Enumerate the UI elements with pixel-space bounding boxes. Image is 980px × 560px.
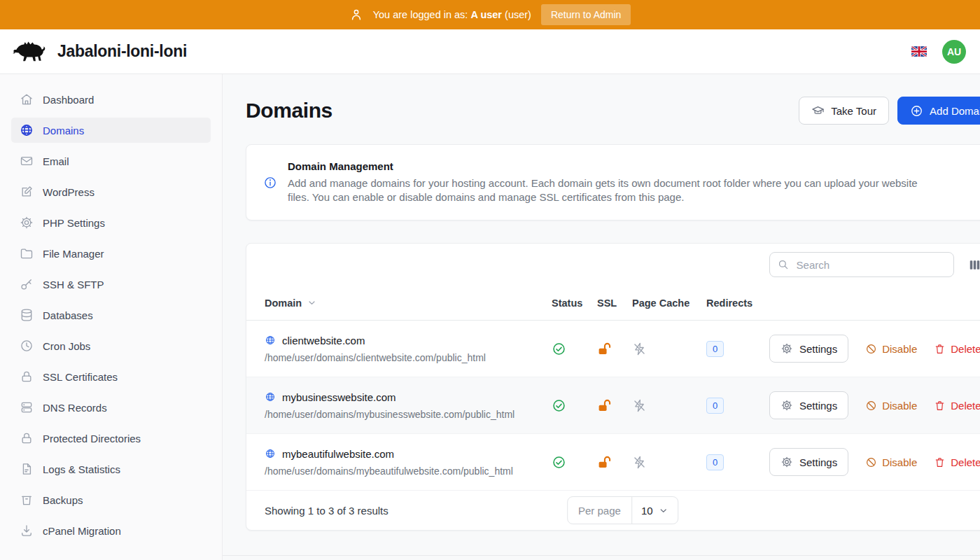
- sidebar-item-protected-directories[interactable]: Protected Directories: [11, 426, 211, 451]
- folder-icon: [20, 246, 34, 260]
- lock-icon: [20, 431, 34, 445]
- info-card-description: Add and manage domains for your hosting …: [288, 176, 918, 204]
- settings-button[interactable]: Settings: [769, 448, 848, 476]
- sidebar-item-wordpress[interactable]: WordPress: [11, 179, 211, 204]
- ssl-unlocked-icon[interactable]: [597, 455, 632, 470]
- settings-button[interactable]: Settings: [769, 335, 848, 363]
- disable-button[interactable]: Disable: [865, 456, 917, 468]
- sidebar-item-label: Logs & Statistics: [43, 463, 120, 475]
- domain-name: mybeautifulwebsite.com: [265, 448, 552, 460]
- sidebar-item-logs-statistics[interactable]: Logs & Statistics: [11, 456, 211, 482]
- take-tour-button[interactable]: Take Tour: [799, 97, 889, 125]
- ban-icon: [865, 456, 877, 468]
- sort-chevron-icon: [307, 298, 317, 308]
- table-row: mybusinesswebsite.com /home/user/domains…: [246, 377, 980, 434]
- language-flag-icon[interactable]: [911, 46, 927, 57]
- sidebar-item-label: Email: [43, 155, 69, 167]
- info-card-title: Domain Management: [288, 160, 918, 172]
- sidebar-item-label: Domains: [43, 125, 84, 136]
- domains-table: Domain Status SSL Page Cache Redirects c…: [246, 243, 980, 531]
- page-cache-off-icon[interactable]: [632, 455, 706, 470]
- plus-circle-icon: [910, 104, 923, 118]
- per-page-label: Per page: [568, 497, 632, 524]
- delete-button[interactable]: Delete: [934, 456, 980, 468]
- app-header: Jabaloni-loni-loni AU: [0, 29, 980, 74]
- redirects-count-badge[interactable]: 0: [706, 454, 724, 470]
- sidebar-item-label: Protected Directories: [43, 433, 141, 444]
- disable-button[interactable]: Disable: [865, 400, 917, 412]
- settings-button[interactable]: Settings: [769, 391, 848, 419]
- trash-icon: [934, 343, 946, 355]
- status-active-icon: [552, 342, 597, 356]
- add-domain-button[interactable]: Add Domain: [897, 97, 980, 125]
- column-header-status: Status: [552, 298, 597, 309]
- sidebar-item-domains[interactable]: Domains: [11, 118, 211, 143]
- brand[interactable]: Jabaloni-loni-loni: [11, 38, 187, 66]
- status-active-icon: [552, 455, 597, 470]
- sidebar-item-dns-records[interactable]: DNS Records: [11, 395, 211, 420]
- page-cache-off-icon[interactable]: [632, 398, 706, 413]
- columns-icon: [968, 258, 980, 272]
- ssl-unlocked-icon[interactable]: [597, 398, 632, 413]
- sidebar-item-dashboard[interactable]: Dashboard: [11, 87, 211, 112]
- per-page-control: Per page 10: [567, 496, 679, 524]
- clock-icon: [20, 339, 34, 353]
- column-header-page-cache: Page Cache: [632, 298, 706, 309]
- impersonation-banner: You are logged in as: A user (user) Retu…: [0, 0, 980, 29]
- columns-toggle-button[interactable]: [967, 257, 980, 273]
- return-to-admin-button[interactable]: Return to Admin: [541, 4, 631, 25]
- table-header-row: Domain Status SSL Page Cache Redirects: [246, 286, 980, 321]
- page-title: Domains: [246, 99, 332, 122]
- sidebar: Dashboard Domains Email WordPress PHP Se…: [0, 74, 223, 560]
- column-header-domain[interactable]: Domain: [265, 298, 552, 309]
- sidebar-item-email[interactable]: Email: [11, 148, 211, 174]
- table-row: mybeautifulwebsite.com /home/user/domain…: [246, 434, 980, 491]
- sidebar-item-label: SSL Certificates: [43, 371, 118, 383]
- avatar[interactable]: AU: [942, 40, 966, 64]
- sidebar-item-label: Databases: [43, 309, 93, 321]
- sidebar-item-cpanel-migration[interactable]: cPanel Migration: [11, 518, 211, 543]
- sidebar-item-databases[interactable]: Databases: [11, 302, 211, 328]
- per-page-select[interactable]: 10: [632, 497, 678, 524]
- redirects-count-badge[interactable]: 0: [706, 341, 724, 357]
- sidebar-item-label: cPanel Migration: [43, 525, 121, 537]
- sidebar-item-label: WordPress: [43, 186, 94, 198]
- document-root-path: /home/user/domains/mybeautifulwebsite.co…: [265, 465, 552, 477]
- sidebar-item-label: Cron Jobs: [43, 340, 90, 352]
- gear-icon: [780, 342, 793, 355]
- server-icon: [20, 400, 34, 414]
- gear-icon: [20, 216, 34, 230]
- sidebar-item-cron-jobs[interactable]: Cron Jobs: [11, 333, 211, 358]
- archive-icon: [20, 493, 34, 507]
- sidebar-item-label: DNS Records: [43, 402, 107, 414]
- user-icon: [349, 8, 363, 22]
- sidebar-item-backups[interactable]: Backups: [11, 487, 211, 512]
- sidebar-item-file-manager[interactable]: File Manager: [11, 241, 211, 266]
- document-icon: [20, 462, 34, 476]
- sidebar-item-label: PHP Settings: [43, 217, 105, 229]
- search-icon: [777, 258, 790, 271]
- sidebar-item-label: File Manager: [43, 248, 104, 260]
- sidebar-item-php-settings[interactable]: PHP Settings: [11, 210, 211, 235]
- gear-icon: [780, 399, 793, 412]
- delete-button[interactable]: Delete: [934, 400, 980, 412]
- search-input[interactable]: [769, 252, 954, 277]
- document-root-path: /home/user/domains/clientwebsite.com/pub…: [265, 352, 552, 363]
- home-icon: [20, 92, 34, 106]
- globe-icon: [265, 335, 276, 346]
- page-cache-off-icon[interactable]: [632, 342, 706, 356]
- database-icon: [20, 308, 34, 322]
- boar-logo-icon: [11, 38, 48, 66]
- sidebar-item-label: Dashboard: [43, 94, 94, 106]
- sidebar-item-ssl-certificates[interactable]: SSL Certificates: [11, 364, 211, 389]
- search-box: [769, 252, 954, 277]
- gear-icon: [780, 456, 793, 468]
- ssl-unlocked-icon[interactable]: [597, 342, 632, 356]
- delete-button[interactable]: Delete: [934, 343, 980, 355]
- sidebar-item-ssh-sftp[interactable]: SSH & SFTP: [11, 272, 211, 297]
- disable-button[interactable]: Disable: [865, 343, 917, 355]
- globe-icon: [265, 391, 276, 402]
- globe-icon: [265, 448, 276, 459]
- redirects-count-badge[interactable]: 0: [706, 398, 724, 414]
- envelope-icon: [20, 154, 34, 168]
